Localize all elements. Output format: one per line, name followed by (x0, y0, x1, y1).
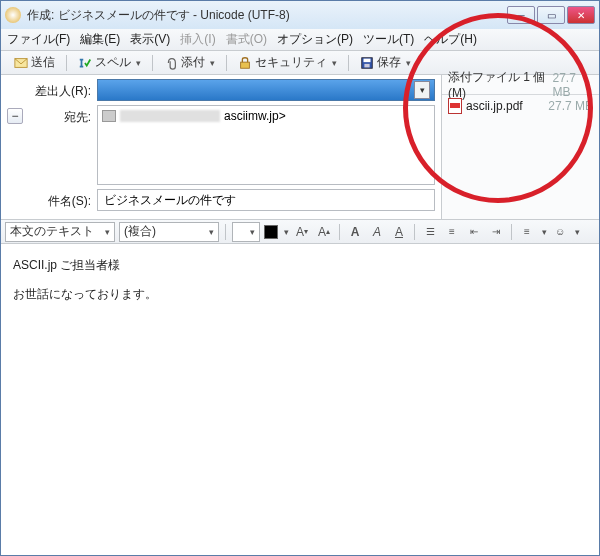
chevron-down-icon[interactable]: ▾ (284, 227, 289, 237)
menu-options[interactable]: オプション(P) (277, 31, 353, 48)
body-line: ASCII.jp ご担当者様 (13, 254, 587, 277)
font-select[interactable]: (複合)▾ (119, 222, 219, 242)
menu-edit[interactable]: 編集(E) (80, 31, 120, 48)
attachment-header: 添付ファイル 1 個(M) (448, 69, 553, 100)
header-area: 差出人(R): ▾ − 宛先: asciimw.jp> (1, 75, 599, 220)
svg-rect-3 (364, 58, 371, 62)
attachment-item[interactable]: ascii.jp.pdf 27.7 MB (442, 95, 599, 117)
menu-tools[interactable]: ツール(T) (363, 31, 414, 48)
save-icon (360, 56, 374, 70)
color-swatch[interactable] (264, 225, 278, 239)
app-icon (5, 7, 21, 23)
bullet-list-button[interactable]: ☰ (421, 223, 439, 241)
redacted-text (120, 110, 220, 122)
separator (226, 55, 227, 71)
indent-button[interactable]: ⇥ (487, 223, 505, 241)
contact-icon (102, 110, 116, 122)
remove-recipient-button[interactable]: − (7, 108, 23, 124)
svg-rect-4 (364, 63, 369, 67)
chevron-down-icon[interactable]: ▾ (542, 227, 547, 237)
recipient-item[interactable]: asciimw.jp> (102, 109, 430, 123)
body-line: お世話になっております。 (13, 283, 587, 306)
send-button[interactable]: 送信 (7, 51, 62, 74)
subject-label: 件名(S): (27, 189, 97, 210)
titlebar: 作成: ビジネスメールの件です - Unicode (UTF-8) ─ ▭ ✕ (1, 1, 599, 29)
menu-view[interactable]: 表示(V) (130, 31, 170, 48)
menubar: ファイル(F) 編集(E) 表示(V) 挿入(I) 書式(O) オプション(P)… (1, 29, 599, 51)
underline-button[interactable]: A (390, 223, 408, 241)
svg-rect-1 (241, 62, 250, 68)
spell-icon (78, 56, 92, 70)
attachment-pane: 添付ファイル 1 個(M) 27.7 MB ascii.jp.pdf 27.7 … (441, 75, 599, 219)
recipient-text: asciimw.jp> (224, 109, 286, 123)
separator (414, 224, 415, 240)
italic-button[interactable]: A (368, 223, 386, 241)
menu-help[interactable]: ヘルプ(H) (424, 31, 477, 48)
to-field[interactable]: asciimw.jp> (97, 105, 435, 185)
chevron-down-icon: ▾ (414, 81, 430, 99)
attachment-filesize: 27.7 MB (548, 99, 593, 113)
chevron-down-icon[interactable]: ▾ (575, 227, 580, 237)
attachment-filename: ascii.jp.pdf (466, 99, 544, 113)
save-button[interactable]: 保存▾ (353, 51, 418, 74)
menu-file[interactable]: ファイル(F) (7, 31, 70, 48)
font-increase-button[interactable]: A▴ (315, 223, 333, 241)
to-label: 宛先: (27, 105, 97, 126)
window-title: 作成: ビジネスメールの件です - Unicode (UTF-8) (27, 7, 507, 24)
format-toolbar: 本文のテキスト▾ (複合)▾ ▾ ▾ A▾ A▴ A A A ☰ ≡ ⇤ ⇥ ≡… (1, 220, 599, 244)
close-button[interactable]: ✕ (567, 6, 595, 24)
menu-insert[interactable]: 挿入(I) (180, 31, 215, 48)
align-button[interactable]: ≡ (518, 223, 536, 241)
number-list-button[interactable]: ≡ (443, 223, 461, 241)
attachment-total-size: 27.7 MB (553, 71, 594, 99)
bold-button[interactable]: A (346, 223, 364, 241)
text-mode-select[interactable]: 本文のテキスト▾ (5, 222, 115, 242)
attach-button[interactable]: 添付▾ (157, 51, 222, 74)
separator (339, 224, 340, 240)
subject-input[interactable] (97, 189, 435, 211)
menu-format[interactable]: 書式(O) (226, 31, 267, 48)
separator (511, 224, 512, 240)
separator (225, 224, 226, 240)
paperclip-icon (164, 56, 178, 70)
from-label: 差出人(R): (27, 79, 97, 100)
outdent-button[interactable]: ⇤ (465, 223, 483, 241)
font-decrease-button[interactable]: A▾ (293, 223, 311, 241)
maximize-button[interactable]: ▭ (537, 6, 565, 24)
separator (66, 55, 67, 71)
smiley-button[interactable]: ☺ (551, 223, 569, 241)
lock-icon (238, 56, 252, 70)
spell-button[interactable]: スペル▾ (71, 51, 148, 74)
separator (152, 55, 153, 71)
message-body[interactable]: ASCII.jp ご担当者様 お世話になっております。 (1, 244, 599, 555)
fontsize-select[interactable]: ▾ (232, 222, 260, 242)
minimize-button[interactable]: ─ (507, 6, 535, 24)
security-button[interactable]: セキュリティ▾ (231, 51, 344, 74)
send-icon (14, 56, 28, 70)
pdf-icon (448, 98, 462, 114)
separator (348, 55, 349, 71)
from-dropdown[interactable]: ▾ (97, 79, 435, 101)
